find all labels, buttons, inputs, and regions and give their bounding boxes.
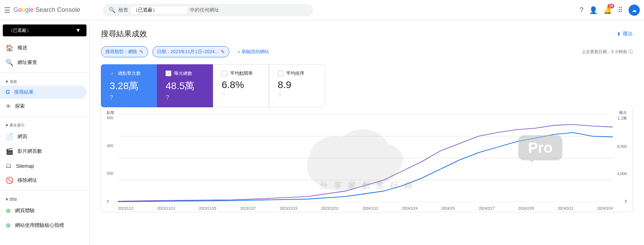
metric-help-ctr[interactable]: ? bbox=[222, 92, 225, 99]
filter-search-type[interactable]: 搜尋類型：網路 ✎ bbox=[101, 46, 148, 57]
logo-area: ☰ Google Search Console bbox=[4, 6, 99, 14]
sidebar-item-page-experience[interactable]: ⊕ 網頁體驗 bbox=[0, 203, 86, 218]
page-title: 搜尋結果成效 bbox=[101, 29, 147, 39]
help-icon[interactable]: ? bbox=[580, 6, 583, 14]
divider-1 bbox=[0, 73, 89, 73]
main-content: 搜尋結果成效 ⬇ 匯出 搜尋類型：網路 ✎ 日期：2023年11月1日–2024… bbox=[90, 20, 644, 245]
add-filter-label: 新驗證的網站 bbox=[242, 49, 269, 55]
property-selector[interactable]: （已遮蔽） ▼ bbox=[3, 24, 86, 36]
sidebar: （已遮蔽） ▼ 🏠 概述 🔍 網址審查 ▾ 成效 G 搜尋結果 ✳ 探索 ▾ 產… bbox=[0, 20, 90, 245]
sidebar-label-core-web-vitals: 網站使用體驗核心指標 bbox=[15, 222, 64, 229]
sidebar-item-discover[interactable]: ✳ 探索 bbox=[0, 99, 86, 114]
metric-help-impressions[interactable]: ? bbox=[166, 94, 169, 101]
header-right: ? 👤 🔔 24 ⠿ ☁ bbox=[580, 5, 640, 16]
last-updated: 上次更新日期：3 小時前 ⓘ bbox=[582, 49, 633, 55]
apps-icon[interactable]: ⠿ bbox=[618, 6, 623, 14]
chart-y-right-values: 1.2萬 8,000 4,000 0 bbox=[617, 116, 627, 203]
x-label-3: 2023/12/7 bbox=[240, 207, 256, 210]
y-left-0: 0 bbox=[107, 199, 113, 203]
export-icon: ⬇ bbox=[617, 31, 621, 37]
manage-users-icon[interactable]: 👤 bbox=[589, 6, 598, 14]
video-icon: 🎬 bbox=[6, 147, 13, 155]
page-header: 搜尋結果成效 ⬇ 匯出 bbox=[101, 29, 633, 39]
info-icon: ⓘ bbox=[629, 49, 633, 55]
x-label-4: 2023/12/19 bbox=[280, 207, 297, 210]
chevron-icon: ▾ bbox=[6, 79, 8, 84]
cwv-icon: ⊕ bbox=[6, 222, 11, 229]
metric-card-position[interactable]: 平均排序 8.9 ? bbox=[269, 64, 325, 107]
metric-help-position[interactable]: ? bbox=[278, 92, 281, 99]
sidebar-label-pages: 網頁 bbox=[18, 134, 27, 140]
user-avatar[interactable]: ☁ bbox=[629, 5, 640, 16]
divider-2 bbox=[0, 116, 89, 117]
checkbox-position[interactable] bbox=[278, 71, 283, 76]
notification-badge: 24 bbox=[608, 4, 614, 8]
metric-value-ctr: 6.8% bbox=[222, 79, 260, 91]
property-name: （已遮蔽） bbox=[8, 27, 72, 34]
chevron-icon-3: ▾ bbox=[6, 196, 8, 202]
checkbox-impressions[interactable]: ✓ bbox=[166, 71, 171, 76]
x-label-1: 2023/11/13 bbox=[158, 207, 175, 210]
sidebar-item-search-results[interactable]: G 搜尋結果 bbox=[0, 86, 86, 99]
export-button[interactable]: ⬇ 匯出 bbox=[617, 31, 633, 37]
filter-search-type-label: 搜尋類型：網路 bbox=[105, 49, 137, 55]
metric-card-ctr[interactable]: 平均點閱率 6.8% ? bbox=[213, 64, 269, 107]
export-label: 匯出 bbox=[623, 31, 633, 37]
search-suffix: 中的任何網址 bbox=[190, 7, 219, 13]
sidebar-item-sitemap[interactable]: 🗂 Sitemap bbox=[0, 159, 86, 173]
x-label-5: 2023/12/31 bbox=[321, 207, 339, 210]
sidebar-item-video-pages[interactable]: 🎬 影片網頁數 bbox=[0, 144, 86, 159]
sidebar-item-url-inspection[interactable]: 🔍 網址審查 bbox=[0, 55, 86, 70]
filter-date-range[interactable]: 日期：2023年11月1日–2024... ✎ bbox=[152, 46, 229, 57]
metric-header-ctr: 平均點閱率 bbox=[222, 70, 260, 77]
y-left-600: 600 bbox=[107, 116, 113, 120]
filter-bar: 搜尋類型：網路 ✎ 日期：2023年11月1日–2024... ✎ + 新驗證的… bbox=[101, 46, 633, 57]
metric-label-impressions: 曝光總數 bbox=[174, 70, 192, 77]
add-filter-button[interactable]: + 新驗證的網站 bbox=[234, 46, 273, 57]
discover-icon: ✳ bbox=[6, 102, 11, 110]
hamburger-icon[interactable]: ☰ bbox=[4, 6, 11, 14]
google-icon: G bbox=[6, 89, 10, 95]
plus-icon: + bbox=[238, 49, 241, 55]
sidebar-item-overview[interactable]: 🏠 概述 bbox=[0, 41, 86, 55]
sidebar-label-remove-urls: 移除網址 bbox=[18, 177, 37, 183]
section-index: ▾ 產生索引 bbox=[0, 120, 89, 129]
sidebar-label-sitemap: Sitemap bbox=[16, 163, 34, 169]
sidebar-item-pages[interactable]: 📄 網頁 bbox=[0, 129, 86, 144]
edit-icon-2: ✎ bbox=[221, 49, 225, 55]
checkbox-clicks[interactable]: ✓ bbox=[110, 71, 115, 76]
section-performance: ▾ 成效 bbox=[0, 76, 89, 86]
metric-help-clicks[interactable]: ? bbox=[110, 94, 113, 101]
metric-value-clicks: 3.28萬 bbox=[110, 79, 148, 93]
metric-card-impressions[interactable]: ✓ 曝光總數 48.5萬 ? bbox=[157, 64, 213, 107]
sidebar-label-discover: 探索 bbox=[15, 103, 25, 109]
checkbox-ctr[interactable] bbox=[222, 71, 227, 76]
search-input[interactable] bbox=[131, 7, 187, 14]
search-icon: 🔍 bbox=[109, 7, 116, 13]
metric-label-ctr: 平均點閱率 bbox=[230, 70, 253, 77]
metric-card-clicks[interactable]: ✓ 總點擊次數 3.28萬 ? bbox=[101, 64, 157, 107]
metric-value-position: 8.9 bbox=[278, 79, 316, 91]
y-right-4k: 4,000 bbox=[617, 172, 627, 176]
search-icon: 🔍 bbox=[6, 59, 13, 66]
y-left-400: 400 bbox=[107, 144, 113, 148]
x-label-2: 2023/11/25 bbox=[199, 207, 216, 210]
x-label-12: 2024/3/24 bbox=[597, 207, 613, 210]
filter-date-label: 日期：2023年11月1日–2024... bbox=[157, 49, 219, 55]
metric-header-impressions: ✓ 曝光總數 bbox=[166, 70, 204, 77]
metric-value-impressions: 48.5萬 bbox=[166, 79, 204, 93]
app-header: ☰ Google Search Console 🔍 檢查 中的任何網址 ? 👤 … bbox=[0, 0, 644, 20]
x-label-11: 2024/3/12 bbox=[558, 207, 574, 210]
sidebar-item-core-web-vitals[interactable]: ⊕ 網站使用體驗核心指標 bbox=[0, 218, 86, 233]
metric-header-clicks: ✓ 總點擊次數 bbox=[110, 70, 148, 77]
chart-svg-area bbox=[118, 114, 613, 202]
notifications-icon[interactable]: 🔔 24 bbox=[603, 6, 612, 14]
y-right-0: 0 bbox=[625, 199, 627, 203]
sidebar-item-remove-urls[interactable]: 🚫 移除網址 bbox=[0, 173, 86, 188]
remove-icon: 🚫 bbox=[6, 176, 13, 184]
sidebar-label-video-pages: 影片網頁數 bbox=[18, 148, 42, 154]
sitemap-icon: 🗂 bbox=[6, 162, 12, 170]
sidebar-label-overview: 概述 bbox=[18, 45, 27, 51]
metric-label-position: 平均排序 bbox=[286, 70, 304, 77]
search-prefix: 檢查 bbox=[118, 7, 128, 13]
